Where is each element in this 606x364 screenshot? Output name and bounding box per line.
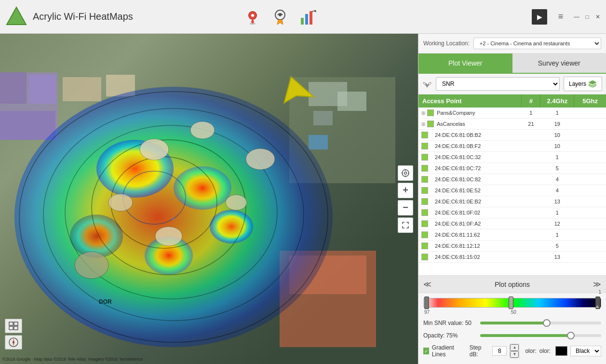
table-row[interactable]: 24:DE:C6:81:0C:725 (418, 163, 606, 174)
table-row[interactable]: 24:DE:C6:81:0B:F210 (418, 141, 606, 152)
gradient-lines-row: ✓ Gradient Lines Step dB: ▲ ▼ olor: olor… (418, 342, 606, 360)
tab-plot-viewer[interactable]: Plot Viewer (418, 54, 512, 73)
location-icon-btn[interactable] (242, 7, 263, 27)
svg-rect-49 (14, 326, 18, 330)
svg-rect-46 (9, 322, 13, 325)
svg-rect-14 (0, 111, 55, 140)
svg-rect-48 (9, 326, 13, 330)
snr-slider-row: Min SNR value: 50 (418, 317, 606, 329)
toolbar-icons (242, 7, 318, 27)
ap-name-text: 24:DE:C6:81:0C:82 (431, 176, 481, 182)
color-indicator (421, 254, 428, 260)
table-row[interactable]: 24:DE:C6:81:0F:A212 (418, 218, 606, 229)
gradient-label-left: 97 (424, 310, 430, 315)
svg-rect-19 (313, 111, 333, 125)
table-row[interactable]: ⊞Pans&Company11 (418, 108, 606, 119)
map-bottom-controls (5, 319, 22, 350)
table-header-row: Access Point # 2.4Ghz 5Ghz (418, 94, 606, 108)
window-controls: — □ ✕ (573, 13, 601, 20)
menu-button[interactable]: ≡ (553, 9, 568, 25)
gradient-thumb-left[interactable] (424, 297, 429, 309)
color-indicator (421, 176, 428, 183)
zoom-out-button[interactable]: − (398, 200, 413, 216)
wifi-icon (422, 80, 432, 88)
table-row[interactable]: 24:DE:C6:81:12:125 (418, 241, 606, 252)
ap-name-text: 24:DE:C6:81:0C:72 (431, 165, 481, 171)
opacity-slider-track[interactable] (480, 334, 601, 337)
wifi-award-icon-btn[interactable] (270, 7, 290, 27)
table-row[interactable]: 24:DE:C6:81:0E:524 (418, 185, 606, 196)
app-logo (5, 5, 28, 28)
zoom-in-button[interactable]: + (398, 183, 413, 198)
plot-options-section: ≪ Plot options ≫ 1 (418, 275, 606, 364)
table-row[interactable]: 24:DE:C6:81:0C:824 (418, 174, 606, 185)
snr-slider-thumb[interactable] (543, 319, 551, 327)
tab-survey-viewer[interactable]: Survey viewer (512, 54, 606, 73)
step-db-label: Step dB: (470, 344, 488, 358)
minimize-button[interactable]: — (573, 13, 580, 20)
gradient-thumb-right[interactable] (595, 297, 600, 309)
gradient-bar-wrapper (423, 298, 601, 308)
table-row[interactable]: 24:DE:C6:81:11:621 (418, 229, 606, 241)
svg-rect-15 (63, 77, 101, 101)
color-indicator (421, 198, 428, 205)
svg-rect-13 (29, 75, 55, 104)
table-row[interactable]: 24:DE:C6:81:0F:021 (418, 207, 606, 218)
table-row[interactable]: 24:DE:C6:81:15:0213 (418, 252, 606, 263)
app-title: Acrylic Wi-Fi HeatMaps (33, 11, 238, 22)
expand-icon[interactable]: ⊞ (421, 121, 425, 127)
color-indicator (421, 187, 428, 194)
location-dropdown[interactable]: +2 - Cinema - Cinema and restaurants (473, 38, 601, 49)
expand-button[interactable] (398, 217, 413, 233)
gradient-container: 1 97 50 1 (418, 293, 606, 317)
ap-name-text: Pans&Company (437, 110, 475, 116)
svg-point-52 (13, 341, 14, 343)
map-attribution: ©2016 Google · Map data ©2016 Tele Atlas… (2, 357, 143, 362)
opacity-slider-thumb[interactable] (567, 332, 575, 339)
close-button[interactable]: ✕ (594, 13, 601, 20)
svg-marker-60 (595, 305, 599, 308)
color-select[interactable]: Black (570, 346, 601, 356)
step-db-input[interactable] (492, 346, 507, 356)
ap-table-body: ⊞Pans&Company11⊞AsCancelas211924:DE:C6:8… (418, 108, 606, 263)
color-label: olor: (525, 348, 536, 354)
gradient-thumb-mid[interactable] (509, 297, 513, 309)
svg-point-2 (251, 14, 254, 17)
color-indicator (427, 109, 434, 116)
plot-options-chevron-left[interactable]: ≪ (423, 280, 431, 289)
maximize-button[interactable]: □ (584, 13, 591, 20)
layers-icon (588, 80, 597, 88)
svg-point-9 (314, 10, 316, 12)
ap-name-text: 24:DE:C6:81:0C:32 (431, 154, 481, 160)
layers-button[interactable]: Layers (564, 77, 602, 91)
play-button[interactable]: ▶ (532, 9, 547, 25)
table-row[interactable]: 24:DE:C6:81:0E:B213 (418, 196, 606, 207)
plot-options-chevron-right[interactable]: ≫ (593, 280, 601, 289)
location-center-button[interactable] (398, 165, 413, 181)
gradient-lines-checkbox[interactable]: ✓ (423, 348, 429, 354)
svg-rect-6 (301, 18, 304, 25)
step-up-button[interactable]: ▲ (510, 344, 519, 351)
svg-marker-0 (7, 7, 26, 25)
svg-point-29 (210, 210, 253, 243)
color-indicator (421, 132, 428, 138)
svg-point-59 (426, 85, 428, 87)
snr-select[interactable]: SNR (436, 77, 560, 91)
snr-slider-track[interactable] (480, 322, 601, 324)
titlebar: Acrylic Wi-Fi HeatMaps (0, 0, 606, 34)
svg-point-37 (190, 121, 215, 139)
color-swatch (555, 346, 567, 356)
table-row[interactable]: 24:DE:C6:81:0C:321 (418, 152, 606, 163)
compass-button[interactable] (5, 335, 22, 350)
table-row[interactable]: 24:DE:C6:81:0B:B210 (418, 130, 606, 141)
expand-icon[interactable]: ⊞ (421, 110, 425, 116)
plot-options-header: ≪ Plot options ≫ (418, 276, 606, 293)
signal-chart-icon-btn[interactable] (297, 7, 318, 27)
step-down-button[interactable]: ▼ (510, 351, 519, 358)
color-indicator (421, 243, 428, 249)
grid-view-button[interactable] (5, 319, 22, 333)
map-controls: + − (398, 165, 413, 233)
ap-name-text: 24:DE:C6:81:0B:F2 (431, 143, 481, 149)
table-row[interactable]: ⊞AsCancelas2119 (418, 119, 606, 130)
svg-point-42 (75, 252, 108, 279)
